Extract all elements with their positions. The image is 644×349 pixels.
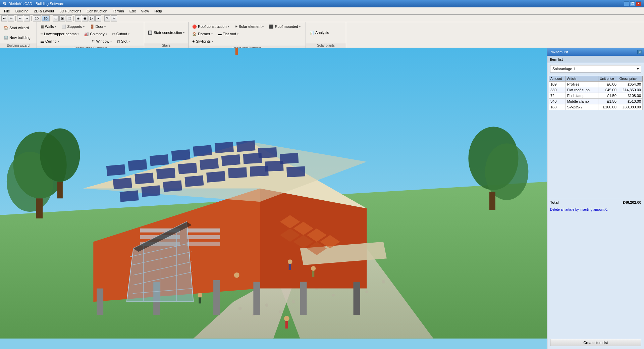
supports-button[interactable]: ⬜ Supports ▾ xyxy=(59,23,87,30)
qt-3d[interactable]: 3D xyxy=(42,15,50,21)
table-cell-amount: 109 xyxy=(549,82,566,87)
qt-2d[interactable]: 2D xyxy=(33,15,41,21)
menu-construction[interactable]: Construction xyxy=(84,7,110,15)
table-cell-gross_price: £30,080.00 xyxy=(618,104,642,110)
item-table: Amount Article Unit price Gross price 10… xyxy=(549,76,643,110)
ceiling-button[interactable]: ▬ Ceiling ▾ xyxy=(38,38,61,45)
qt-draw1[interactable]: ✎ xyxy=(104,15,110,21)
svg-rect-43 xyxy=(187,229,220,233)
qt-tool2[interactable]: ◉ xyxy=(82,15,88,21)
toolbar-sections: 🏠 Start wizard 🏢 New building Building w… xyxy=(0,22,644,48)
cutout-button[interactable]: ✂ Cutout ▾ xyxy=(110,30,132,38)
dropdown-value: Solaranlage 1 xyxy=(552,67,575,71)
door-button[interactable]: 🚪 Door ▾ xyxy=(88,23,108,30)
qt-view2[interactable]: ▣ xyxy=(59,15,65,21)
flat-roof-arrow: ▾ xyxy=(237,33,238,36)
qt-view1[interactable]: ▭ xyxy=(53,15,59,21)
panel-content: Amount Article Unit price Gross price 10… xyxy=(547,74,644,198)
solar-buttons: 📊 Analysis xyxy=(306,22,346,43)
analysis-icon: 📊 xyxy=(310,31,314,35)
roof-mounted-button[interactable]: ⬛ Roof mounted ▾ xyxy=(267,23,303,30)
svg-point-88 xyxy=(284,316,289,321)
menu-view[interactable]: View xyxy=(139,7,152,15)
new-building-icon: 🏢 xyxy=(4,35,8,40)
table-cell-amount: 188 xyxy=(549,104,566,110)
lower-upper-beams-button[interactable]: ━ Lower/upper beams ▾ xyxy=(38,30,81,38)
roof-construction-button[interactable]: 🔴 Roof construction ▾ xyxy=(190,23,231,30)
qt-redo2[interactable]: ↪ xyxy=(24,15,30,21)
svg-point-84 xyxy=(288,259,292,264)
table-cell-gross_price: £654.00 xyxy=(618,82,642,87)
construction-row1: ▦ Walls ▾ ⬜ Supports ▾ 🚪 Door ▾ xyxy=(38,23,143,30)
svg-point-90 xyxy=(198,293,202,298)
close-button[interactable]: ✕ xyxy=(636,1,641,6)
dormer-arrow: ▾ xyxy=(211,33,213,36)
table-row: 188SV-235-2£160.00£30,080.00 xyxy=(549,104,643,110)
roof-icon: 🔴 xyxy=(192,24,197,29)
slot-button[interactable]: ◻ Slot ▾ xyxy=(115,38,132,45)
create-item-list-button[interactable]: Create item list xyxy=(550,339,641,346)
svg-rect-58 xyxy=(128,159,147,171)
total-label: Total xyxy=(550,200,558,204)
menu-building[interactable]: Building xyxy=(13,7,31,15)
window-button[interactable]: ⬚ Window ▾ xyxy=(90,38,114,45)
stair-construction-button[interactable]: 🔲 Stair construction ▾ xyxy=(146,29,187,36)
panel-total: Total £46,202.00 xyxy=(547,198,644,206)
qt-undo[interactable]: ↩ xyxy=(1,15,7,21)
svg-rect-45 xyxy=(187,242,220,246)
roof-mounted-icon: ⬛ xyxy=(269,24,274,29)
menu-3d-functions[interactable]: 3D Functions xyxy=(57,7,84,15)
start-wizard-button[interactable]: 🏠 Start wizard xyxy=(1,24,35,32)
panel-close-button[interactable]: ✕ xyxy=(637,50,642,54)
qt-view3[interactable]: ⬚ xyxy=(66,15,72,21)
qt-tool4[interactable]: ▸ xyxy=(95,15,101,21)
walls-button[interactable]: ▦ Walls ▾ xyxy=(38,23,58,30)
dormer-button[interactable]: 🏠 Dormer ▾ xyxy=(190,30,215,38)
svg-point-14 xyxy=(265,303,268,307)
viewport-svg xyxy=(0,48,547,339)
panel-dropdown[interactable]: Solaranlage 1 ▾ xyxy=(550,65,641,72)
svg-rect-71 xyxy=(221,154,240,166)
menu-2d-layout[interactable]: 2D & Layout xyxy=(31,7,57,15)
restore-button[interactable]: ❐ xyxy=(630,1,635,6)
minimize-button[interactable]: — xyxy=(624,1,629,6)
qt-redo[interactable]: ↪ xyxy=(8,15,14,21)
flat-roof-button[interactable]: ▬ Flat roof ▾ xyxy=(216,30,241,38)
svg-rect-57 xyxy=(106,164,125,176)
table-cell-article: Middle clamp xyxy=(566,99,598,104)
qt-tool3[interactable]: ▷ xyxy=(89,15,95,21)
viewport[interactable] xyxy=(0,48,547,349)
menu-terrain[interactable]: Terrain xyxy=(110,7,127,15)
table-cell-gross_price: £14,850.00 xyxy=(618,87,642,93)
menu-edit[interactable]: Edit xyxy=(127,7,139,15)
chimney-icon: 🏭 xyxy=(84,32,89,36)
table-cell-article: Profiles xyxy=(566,82,598,87)
stairs-label: Stairs xyxy=(144,43,188,48)
toolbar-group-roofs: 🔴 Roof construction ▾ ☀ Solar element ▾ … xyxy=(189,22,306,48)
col-amount: Amount xyxy=(549,76,566,82)
solar-plants-label: Solar plants xyxy=(306,43,346,48)
qt-undo2[interactable]: ↩ xyxy=(17,15,23,21)
analysis-button[interactable]: 📊 Analysis xyxy=(307,29,344,36)
main-area: PV-Item list ✕ Item list Solaranlage 1 ▾… xyxy=(0,48,644,349)
walls-arrow: ▾ xyxy=(55,25,56,28)
new-building-button[interactable]: 🏢 New building xyxy=(1,34,35,41)
svg-point-5 xyxy=(40,129,80,182)
col-gross-price: Gross price xyxy=(618,76,642,82)
svg-rect-81 xyxy=(250,166,269,177)
solar-element-button[interactable]: ☀ Solar element ▾ xyxy=(232,23,266,30)
beams-icon: ━ xyxy=(41,32,43,36)
svg-rect-29 xyxy=(253,282,260,315)
table-row: 340Middle clamp£1.50£510.00 xyxy=(549,99,643,104)
qt-draw2[interactable]: ✂ xyxy=(111,15,117,21)
roof-mounted-arrow: ▾ xyxy=(299,25,301,28)
qt-tool1[interactable]: ◈ xyxy=(75,15,81,21)
chimney-button[interactable]: 🏭 Chimney ▾ xyxy=(82,30,109,38)
menu-help[interactable]: Help xyxy=(152,7,165,15)
skylights-icon: ◈ xyxy=(192,39,195,44)
menu-file[interactable]: File xyxy=(1,7,13,15)
skylights-button[interactable]: ◈ Skylights ▾ xyxy=(190,38,215,45)
panel-tab-item-list[interactable]: Item list xyxy=(547,56,644,63)
qt-sep4 xyxy=(73,16,74,21)
svg-point-12 xyxy=(238,307,242,310)
